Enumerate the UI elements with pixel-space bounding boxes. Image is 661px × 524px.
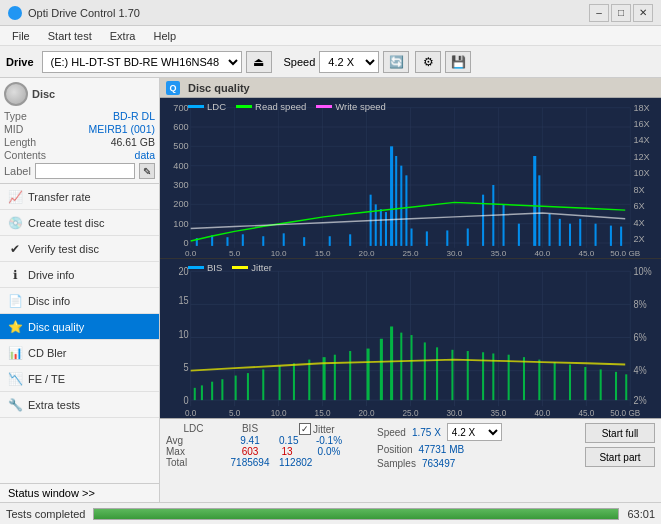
svg-rect-75 <box>549 214 551 246</box>
svg-text:300: 300 <box>173 180 188 190</box>
close-button[interactable]: ✕ <box>633 4 653 22</box>
svg-text:25.0: 25.0 <box>403 249 419 258</box>
svg-text:700: 700 <box>173 103 188 113</box>
svg-rect-139 <box>436 347 438 400</box>
label-input[interactable] <box>35 163 135 179</box>
svg-rect-128 <box>293 363 295 400</box>
svg-rect-63 <box>400 166 402 246</box>
legend-write-speed: Write speed <box>316 101 386 112</box>
chart-panel-icon: Q <box>166 81 180 95</box>
svg-text:5: 5 <box>184 360 189 372</box>
svg-rect-59 <box>380 209 382 246</box>
svg-rect-126 <box>262 369 264 400</box>
eject-button[interactable]: ⏏ <box>246 51 272 73</box>
label-label: Label <box>4 165 31 177</box>
svg-text:35.0: 35.0 <box>490 249 506 258</box>
legend-bis: BIS <box>188 262 222 273</box>
legend-write-speed-label: Write speed <box>335 101 386 112</box>
title-bar-left: Opti Drive Control 1.70 <box>8 6 140 20</box>
settings-button[interactable]: ⚙ <box>415 51 441 73</box>
type-label: Type <box>4 110 27 122</box>
status-time: 63:01 <box>627 508 655 520</box>
disc-title: Disc <box>32 88 55 100</box>
chart2-svg: 0 5 10 15 20 10% 8% 6% 4% 2% <box>160 259 661 419</box>
sidebar-item-disc-info[interactable]: 📄 Disc info <box>0 288 159 314</box>
svg-rect-77 <box>569 224 571 246</box>
status-window-button[interactable]: Status window >> <box>0 483 159 502</box>
svg-text:15: 15 <box>178 294 189 306</box>
svg-text:8X: 8X <box>633 185 644 195</box>
start-part-button[interactable]: Start part <box>585 447 655 467</box>
svg-text:16X: 16X <box>633 119 649 129</box>
svg-text:10%: 10% <box>633 265 651 277</box>
svg-text:10: 10 <box>178 327 189 339</box>
drive-label: Drive <box>6 56 34 68</box>
svg-text:8%: 8% <box>633 298 646 310</box>
svg-rect-56 <box>349 234 351 246</box>
svg-text:0: 0 <box>184 238 189 248</box>
svg-rect-141 <box>467 351 469 400</box>
svg-rect-80 <box>610 226 612 246</box>
speed-select[interactable]: 4.2 X <box>319 51 379 73</box>
chart2-wrapper: BIS Jitter <box>160 259 661 419</box>
minimize-button[interactable]: – <box>589 4 609 22</box>
svg-rect-138 <box>424 342 426 400</box>
sidebar-item-transfer-rate[interactable]: 📈 Transfer rate <box>0 184 159 210</box>
svg-text:2X: 2X <box>633 234 644 244</box>
svg-text:2%: 2% <box>633 393 646 405</box>
sidebar-item-extra-tests[interactable]: 🔧 Extra tests <box>0 392 159 418</box>
mid-label: MID <box>4 123 23 135</box>
sidebar: Disc Type BD-R DL MID MEIRB1 (001) Lengt… <box>0 78 160 502</box>
svg-rect-72 <box>518 224 520 246</box>
sidebar-item-drive-info[interactable]: ℹ Drive info <box>0 262 159 288</box>
svg-rect-62 <box>395 156 397 246</box>
disc-quality-label: Disc quality <box>28 321 84 333</box>
svg-rect-150 <box>600 369 602 400</box>
samples-value: 763497 <box>422 458 455 469</box>
disc-length-row: Length 46.61 GB <box>4 136 155 148</box>
transfer-rate-icon: 📈 <box>8 190 22 204</box>
disc-info-label: Disc info <box>28 295 70 307</box>
stats-speed-select[interactable]: 4.2 X <box>447 423 502 441</box>
svg-text:5.0: 5.0 <box>229 407 240 418</box>
sidebar-item-disc-quality[interactable]: ⭐ Disc quality <box>0 314 159 340</box>
svg-rect-73 <box>533 156 536 246</box>
maximize-button[interactable]: □ <box>611 4 631 22</box>
svg-rect-66 <box>426 231 428 246</box>
svg-rect-122 <box>211 381 213 399</box>
disc-contents-row: Contents data <box>4 149 155 161</box>
svg-text:0: 0 <box>184 393 189 405</box>
jitter-checkbox[interactable]: ✓ <box>299 423 311 435</box>
extra-tests-label: Extra tests <box>28 399 80 411</box>
menu-start-test[interactable]: Start test <box>40 29 100 43</box>
create-test-disc-label: Create test disc <box>28 217 104 229</box>
svg-rect-53 <box>283 233 285 246</box>
save-button[interactable]: 💾 <box>445 51 471 73</box>
sidebar-item-create-test-disc[interactable]: 💿 Create test disc <box>0 210 159 236</box>
sidebar-item-verify-test-disc[interactable]: ✔ Verify test disc <box>0 236 159 262</box>
svg-text:400: 400 <box>173 161 188 171</box>
legend-bis-label: BIS <box>207 262 222 273</box>
sidebar-item-cd-bler[interactable]: 📊 CD Bler <box>0 340 159 366</box>
progress-bar-container <box>93 508 619 520</box>
menu-file[interactable]: File <box>4 29 38 43</box>
status-bar: Tests completed 63:01 <box>0 502 661 524</box>
svg-text:15.0: 15.0 <box>315 407 331 418</box>
fe-te-icon: 📉 <box>8 372 22 386</box>
sidebar-item-fe-te[interactable]: 📉 FE / TE <box>0 366 159 392</box>
drive-select[interactable]: (E:) HL-DT-ST BD-RE WH16NS48 1.D3 <box>42 51 242 73</box>
refresh-button[interactable]: 🔄 <box>383 51 409 73</box>
disc-type-row: Type BD-R DL <box>4 110 155 122</box>
svg-rect-51 <box>242 234 244 246</box>
menu-extra[interactable]: Extra <box>102 29 144 43</box>
verify-test-disc-label: Verify test disc <box>28 243 99 255</box>
svg-rect-50 <box>226 237 228 246</box>
disc-mid-row: MID MEIRB1 (001) <box>4 123 155 135</box>
svg-text:14X: 14X <box>633 136 649 146</box>
start-full-button[interactable]: Start full <box>585 423 655 443</box>
menu-help[interactable]: Help <box>145 29 184 43</box>
svg-rect-149 <box>584 366 586 399</box>
label-edit-button[interactable]: ✎ <box>139 163 155 179</box>
svg-rect-78 <box>579 219 581 246</box>
length-value: 46.61 GB <box>111 136 155 148</box>
